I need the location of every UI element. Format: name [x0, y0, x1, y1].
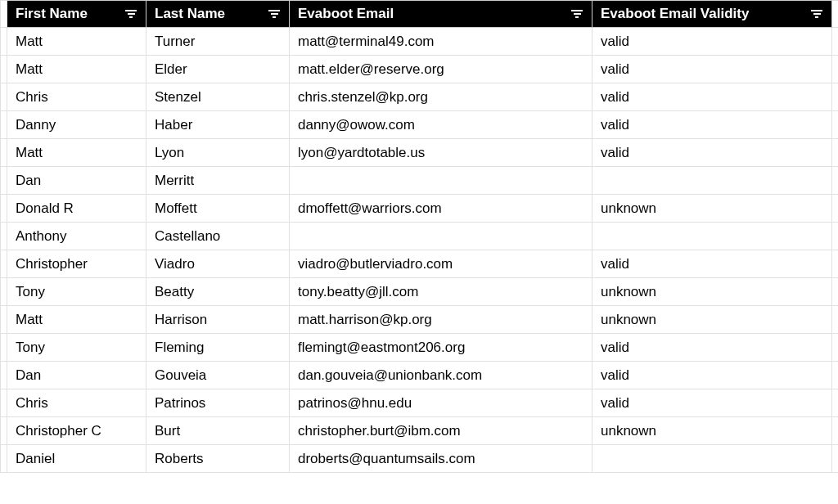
cell-last-name[interactable]: Burt — [146, 417, 290, 445]
cell-first-name[interactable]: Donald R — [7, 195, 146, 223]
cell-email[interactable]: chris.stenzel@kp.org — [290, 83, 592, 111]
cell-first-name[interactable]: Matt — [7, 56, 146, 83]
cell-email[interactable]: matt@terminal49.com — [290, 28, 592, 56]
row-right-stub — [832, 362, 839, 389]
cell-email[interactable]: dmoffett@warriors.com — [290, 195, 592, 223]
row-left-stub — [1, 334, 7, 362]
table-row: AnthonyCastellano — [1, 223, 839, 250]
cell-validity[interactable] — [592, 167, 832, 195]
cell-email[interactable]: matt.elder@reserve.org — [290, 56, 592, 83]
table-row: ChristopherViadroviadro@butlerviadro.com… — [1, 250, 839, 278]
col-header-first-name[interactable]: First Name — [7, 1, 146, 28]
table-row: Christopher CBurtchristopher.burt@ibm.co… — [1, 417, 839, 445]
cell-validity[interactable]: valid — [592, 362, 832, 389]
cell-last-name[interactable]: Gouveia — [146, 362, 290, 389]
cell-first-name[interactable]: Danny — [7, 111, 146, 139]
cell-validity[interactable]: valid — [592, 389, 832, 417]
cell-first-name[interactable]: Chris — [7, 83, 146, 111]
cell-last-name[interactable]: Lyon — [146, 139, 290, 167]
cell-first-name[interactable]: Anthony — [7, 223, 146, 250]
cell-email[interactable]: danny@owow.com — [290, 111, 592, 139]
cell-email[interactable] — [290, 167, 592, 195]
cell-email[interactable]: christopher.burt@ibm.com — [290, 417, 592, 445]
cell-email[interactable]: patrinos@hnu.edu — [290, 389, 592, 417]
cell-last-name[interactable]: Elder — [146, 56, 290, 83]
cell-last-name[interactable]: Castellano — [146, 223, 290, 250]
data-table: First Name Last Name Evaboot Email — [0, 0, 838, 473]
row-left-stub — [1, 195, 7, 223]
cell-last-name[interactable]: Harrison — [146, 306, 290, 334]
cell-last-name[interactable]: Merritt — [146, 167, 290, 195]
cell-first-name[interactable]: Matt — [7, 306, 146, 334]
row-right-stub — [832, 334, 839, 362]
cell-first-name[interactable]: Christopher C — [7, 417, 146, 445]
row-right-stub — [832, 139, 839, 167]
cell-validity[interactable]: valid — [592, 334, 832, 362]
cell-last-name[interactable]: Turner — [146, 28, 290, 56]
cell-first-name[interactable]: Daniel — [7, 445, 146, 473]
cell-first-name[interactable]: Christopher — [7, 250, 146, 278]
cell-last-name[interactable]: Fleming — [146, 334, 290, 362]
cell-email[interactable] — [290, 223, 592, 250]
cell-first-name[interactable]: Matt — [7, 28, 146, 56]
cell-first-name[interactable]: Tony — [7, 334, 146, 362]
cell-validity[interactable]: valid — [592, 139, 832, 167]
col-header-label: First Name — [16, 6, 88, 22]
cell-validity[interactable]: unknown — [592, 417, 832, 445]
col-header-evaboot-email[interactable]: Evaboot Email — [290, 1, 592, 28]
row-left-stub — [1, 139, 7, 167]
cell-validity[interactable] — [592, 223, 832, 250]
col-header-last-name[interactable]: Last Name — [146, 1, 290, 28]
col-header-label: Last Name — [155, 6, 225, 22]
row-right-stub — [832, 111, 839, 139]
row-right-stub — [832, 167, 839, 195]
table-row: MattLyonlyon@yardtotable.usvalid — [1, 139, 839, 167]
table-row: ChrisStenzelchris.stenzel@kp.orgvalid — [1, 83, 839, 111]
table-row: MattTurnermatt@terminal49.comvalid — [1, 28, 839, 56]
cell-last-name[interactable]: Viadro — [146, 250, 290, 278]
row-left-stub — [1, 389, 7, 417]
row-right-stub — [832, 306, 839, 334]
cell-email[interactable]: tony.beatty@jll.com — [290, 278, 592, 306]
cell-first-name[interactable]: Dan — [7, 167, 146, 195]
cell-email[interactable]: flemingt@eastmont206.org — [290, 334, 592, 362]
col-header-email-validity[interactable]: Evaboot Email Validity — [592, 1, 832, 28]
table-row: TonyFlemingflemingt@eastmont206.orgvalid — [1, 334, 839, 362]
cell-email[interactable]: matt.harrison@kp.org — [290, 306, 592, 334]
cell-last-name[interactable]: Patrinos — [146, 389, 290, 417]
filter-icon[interactable] — [810, 9, 823, 19]
row-left-stub — [1, 167, 7, 195]
cell-first-name[interactable]: Dan — [7, 362, 146, 389]
cell-first-name[interactable]: Tony — [7, 278, 146, 306]
cell-last-name[interactable]: Haber — [146, 111, 290, 139]
cell-validity[interactable]: unknown — [592, 306, 832, 334]
table-row: DannyHaberdanny@owow.comvalid — [1, 111, 839, 139]
filter-icon[interactable] — [268, 9, 281, 19]
filter-icon[interactable] — [570, 9, 583, 19]
cell-last-name[interactable]: Stenzel — [146, 83, 290, 111]
cell-validity[interactable]: valid — [592, 250, 832, 278]
cell-email[interactable]: droberts@quantumsails.com — [290, 445, 592, 473]
table-row: MattHarrisonmatt.harrison@kp.orgunknown — [1, 306, 839, 334]
cell-validity[interactable]: valid — [592, 111, 832, 139]
cell-email[interactable]: lyon@yardtotable.us — [290, 139, 592, 167]
cell-validity[interactable]: valid — [592, 28, 832, 56]
cell-email[interactable]: dan.gouveia@unionbank.com — [290, 362, 592, 389]
cell-first-name[interactable]: Matt — [7, 139, 146, 167]
cell-last-name[interactable]: Moffett — [146, 195, 290, 223]
cell-last-name[interactable]: Roberts — [146, 445, 290, 473]
cell-validity[interactable]: unknown — [592, 195, 832, 223]
header-row: First Name Last Name Evaboot Email — [1, 1, 839, 28]
cell-first-name[interactable]: Chris — [7, 389, 146, 417]
row-left-stub — [1, 278, 7, 306]
cell-validity[interactable]: valid — [592, 56, 832, 83]
table-row: TonyBeattytony.beatty@jll.comunknown — [1, 278, 839, 306]
filter-icon[interactable] — [124, 9, 137, 19]
row-left-stub — [1, 417, 7, 445]
cell-last-name[interactable]: Beatty — [146, 278, 290, 306]
cell-validity[interactable]: unknown — [592, 278, 832, 306]
cell-email[interactable]: viadro@butlerviadro.com — [290, 250, 592, 278]
cell-validity[interactable]: valid — [592, 83, 832, 111]
row-right-stub — [832, 389, 839, 417]
cell-validity[interactable] — [592, 445, 832, 473]
